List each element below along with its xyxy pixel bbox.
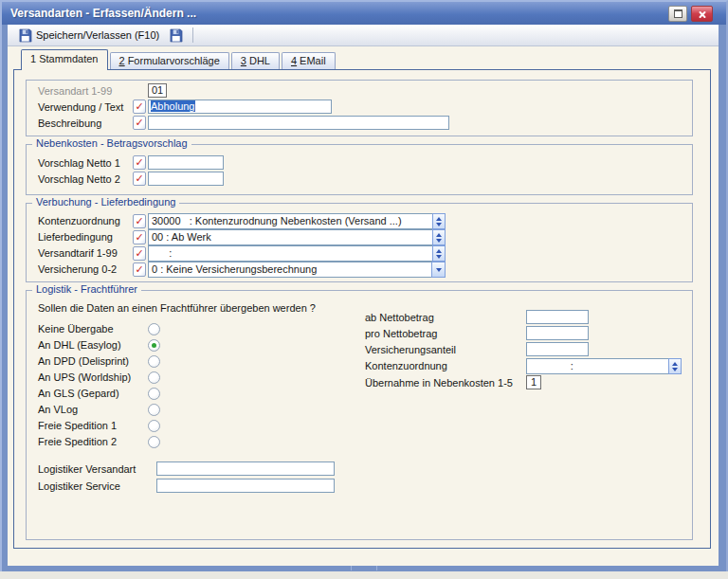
check-icon[interactable] xyxy=(133,155,146,170)
versicherung-label: Versicherung 0-2 xyxy=(38,263,117,276)
logistiker-service-label: Logistiker Service xyxy=(38,480,120,493)
tab-strip: 1Stammdaten 2Formularvorschläge 3DHL 4EM… xyxy=(13,51,713,70)
radio-freie-spedition-1[interactable] xyxy=(148,420,160,432)
radio-dhl[interactable] xyxy=(148,339,160,352)
radio-label-freie-spedition-1: Freie Spedition 1 xyxy=(38,420,117,432)
spinner-icon[interactable] xyxy=(668,358,682,374)
tab-number: 4 xyxy=(291,55,297,66)
save-icon xyxy=(169,28,183,43)
verwendung-input[interactable]: Abholung xyxy=(148,100,332,114)
logistiker-service-input[interactable] xyxy=(156,479,335,493)
arrow-up-icon xyxy=(672,362,678,366)
save-button[interactable] xyxy=(164,27,188,45)
restore-icon xyxy=(674,9,682,18)
tab-label: Formularvorschläge xyxy=(128,55,220,66)
arrow-up-icon xyxy=(436,217,442,221)
beschreibung-input[interactable] xyxy=(148,116,449,130)
lieferbedingung-label: Lieferbedingung xyxy=(38,231,113,244)
check-icon[interactable] xyxy=(133,100,146,114)
spinner-icon[interactable] xyxy=(432,213,446,229)
vorschlag-netto1-label: Vorschlag Netto 1 xyxy=(38,157,120,170)
groupbox-title: Verbuchung - Lieferbedingung xyxy=(32,196,179,208)
frachtfuehrer-question: Sollen die Daten an einen Frachtführer ü… xyxy=(38,302,316,315)
arrow-down-icon xyxy=(436,223,442,226)
versicherung-dropdown[interactable]: 0 : Keine Versicherungsberechnung xyxy=(148,262,446,278)
check-icon[interactable] xyxy=(133,214,146,228)
resize-grip[interactable] xyxy=(351,566,377,570)
radio-label-freie-spedition-2: Freie Spedition 2 xyxy=(38,436,117,448)
kontenzuordnung-label: Kontenzuordnung xyxy=(38,215,120,227)
versandtarif-combo[interactable]: : xyxy=(148,245,446,262)
versicherungsanteil-input[interactable] xyxy=(526,342,589,356)
check-icon[interactable] xyxy=(133,172,146,186)
title-bar[interactable]: Versandarten - Erfassen/Ändern ... xyxy=(2,2,726,25)
logistik-kontenzuordnung-combo[interactable]: : xyxy=(526,358,682,374)
versandart-input[interactable]: 01 xyxy=(148,83,167,98)
vorschlag-netto2-label: Vorschlag Netto 2 xyxy=(38,173,120,186)
uebernahme-input[interactable]: 1 xyxy=(526,375,541,389)
arrow-down-icon xyxy=(436,239,442,243)
spinner-icon[interactable] xyxy=(432,229,446,245)
tab-stammdaten[interactable]: 1Stammdaten xyxy=(21,49,108,70)
combo-value: 0 : Keine Versicherungsberechnung xyxy=(148,262,431,278)
app-window: Versandarten - Erfassen/Ändern ... Speic… xyxy=(0,0,728,571)
tab-formularvorschlaege[interactable]: 2Formularvorschläge xyxy=(110,52,229,70)
pro-nettobetrag-input[interactable] xyxy=(526,326,589,340)
tab-number: 3 xyxy=(241,55,246,66)
save-icon xyxy=(18,28,32,43)
radio-label-ups: An UPS (Worldship) xyxy=(38,371,131,384)
arrow-up-icon xyxy=(436,249,442,253)
tab-email[interactable]: 4EMail xyxy=(282,52,336,70)
groupbox-versandart: Versandart 1-99 01 Verwendung / Text Abh… xyxy=(26,80,693,136)
radio-label-dpd: An DPD (Delisprint) xyxy=(38,355,129,368)
kontenzuordnung-combo[interactable]: 30000 : Kontenzurodnung Nebenkosten (Ver… xyxy=(148,213,446,229)
radio-freie-spedition-2[interactable] xyxy=(148,436,160,448)
spinner-icon[interactable] xyxy=(432,245,446,262)
tab-number: 2 xyxy=(119,55,125,66)
vorschlag-netto1-input[interactable] xyxy=(148,155,224,170)
tab-label: EMail xyxy=(300,55,326,66)
save-exit-label: Speichern/Verlassen (F10) xyxy=(36,29,159,41)
groupbox-title: Nebenkosten - Betragsvorschlag xyxy=(32,137,191,149)
check-icon[interactable] xyxy=(133,230,146,244)
dropdown-button[interactable] xyxy=(431,262,446,278)
vorschlag-netto2-input[interactable] xyxy=(148,172,224,186)
check-icon[interactable] xyxy=(133,262,146,277)
radio-label-keine-uebergabe: Keine Übergabe xyxy=(38,323,114,335)
lieferbedingung-combo[interactable]: 00 : Ab Werk xyxy=(148,229,446,245)
close-button[interactable] xyxy=(691,6,713,22)
radio-dpd[interactable] xyxy=(148,355,160,368)
window-controls xyxy=(668,6,713,22)
restore-button[interactable] xyxy=(668,6,687,22)
combo-value: : xyxy=(526,358,668,374)
versandtarif-label: Versandtarif 1-99 xyxy=(38,247,118,260)
save-exit-button[interactable]: Speichern/Verlassen (F10) xyxy=(13,27,164,45)
versandart-label: Versandart 1-99 xyxy=(38,85,112,98)
window-title: Versandarten - Erfassen/Ändern ... xyxy=(2,7,196,20)
groupbox-nebenkosten: Nebenkosten - Betragsvorschlag Vorschlag… xyxy=(26,144,693,195)
logistiker-versandart-input[interactable] xyxy=(156,461,335,476)
client-area: Speichern/Verlassen (F10) 1Stammdaten 2F… xyxy=(8,25,719,566)
tab-label: Stammdaten xyxy=(39,53,98,64)
arrow-down-icon xyxy=(672,368,678,371)
verwendung-label: Verwendung / Text xyxy=(38,101,123,114)
groupbox-logistik: Logistik - Frachtführer Sollen die Daten… xyxy=(26,290,693,540)
radio-label-gls: An GLS (Gepard) xyxy=(38,388,119,400)
ab-nettobetrag-input[interactable] xyxy=(526,310,589,324)
radio-selected-dot xyxy=(152,343,156,348)
groupbox-verbuchung: Verbuchung - Lieferbedingung Kontenzuord… xyxy=(26,203,693,282)
toolbar: Speichern/Verlassen (F10) xyxy=(8,25,719,46)
radio-gls[interactable] xyxy=(148,388,160,400)
radio-label-vlog: An VLog xyxy=(38,404,78,416)
pro-nettobetrag-label: pro Nettobetrag xyxy=(365,328,437,340)
toolbar-separator xyxy=(192,27,193,43)
beschreibung-label: Beschreibung xyxy=(38,118,101,130)
radio-ups[interactable] xyxy=(148,371,160,384)
chevron-down-icon xyxy=(436,268,442,272)
check-icon[interactable] xyxy=(133,116,146,130)
groupbox-title: Logistik - Frachtführer xyxy=(32,283,141,295)
radio-keine-uebergabe[interactable] xyxy=(148,323,160,335)
tab-dhl[interactable]: 3DHL xyxy=(231,52,280,70)
radio-vlog[interactable] xyxy=(148,404,160,416)
check-icon[interactable] xyxy=(133,246,146,261)
